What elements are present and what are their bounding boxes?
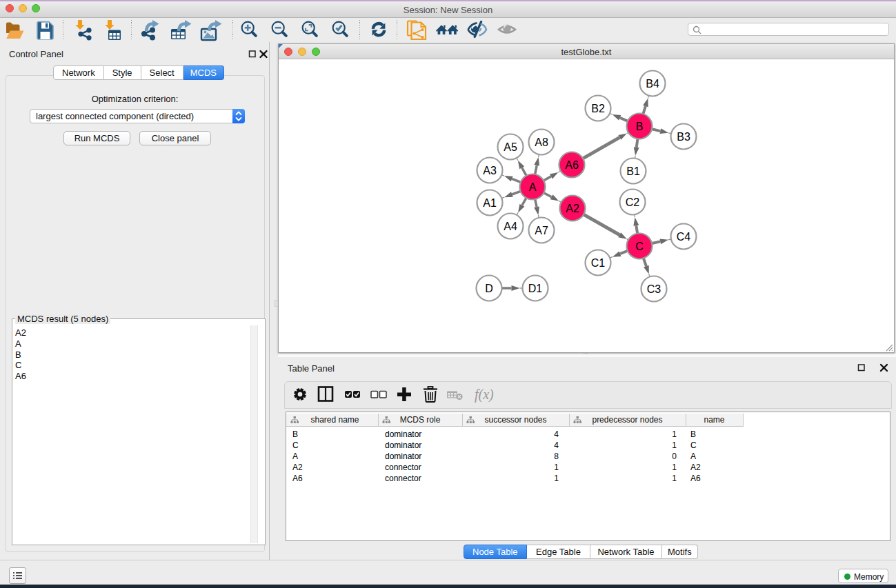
svg-text:D: D (485, 283, 493, 294)
svg-text:A7: A7 (535, 225, 548, 236)
svg-text:A: A (529, 181, 537, 193)
svg-text:B3: B3 (677, 131, 690, 143)
svg-text:C4: C4 (677, 231, 691, 243)
svg-text:f(x): f(x) (475, 387, 494, 403)
svg-text:A1: A1 (483, 197, 497, 209)
svg-text:B1: B1 (626, 165, 640, 177)
svg-text:A5: A5 (504, 141, 517, 153)
svg-text:C2: C2 (626, 196, 640, 208)
svg-text:A4: A4 (504, 221, 517, 232)
svg-text:A2: A2 (566, 203, 579, 214)
svg-text:B2: B2 (591, 103, 605, 114)
svg-text:A3: A3 (483, 165, 497, 176)
svg-text:B4: B4 (646, 78, 659, 90)
svg-text:C: C (635, 241, 644, 252)
svg-text:A8: A8 (535, 136, 548, 148)
svg-text:C3: C3 (647, 283, 661, 295)
svg-text:D1: D1 (528, 283, 543, 294)
svg-text:A6: A6 (565, 159, 579, 171)
svg-text:B: B (636, 121, 644, 132)
svg-text:C1: C1 (591, 257, 606, 269)
